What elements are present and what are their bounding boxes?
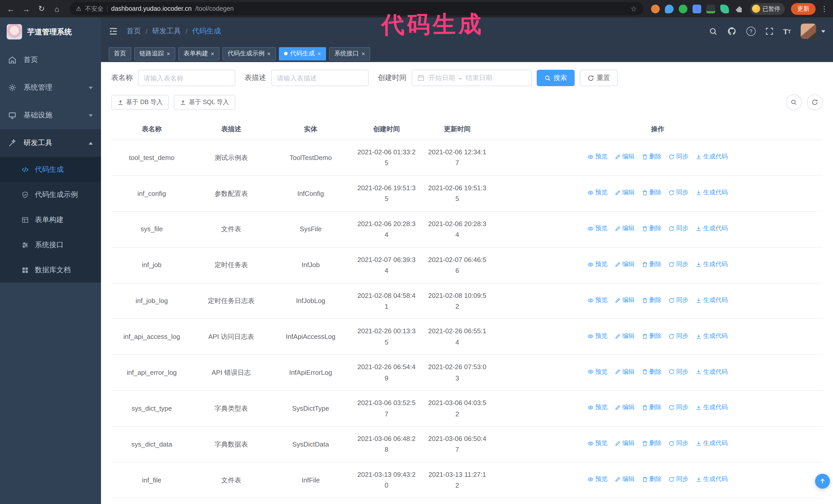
generate-code-link[interactable]: 生成代码: [696, 152, 728, 162]
generate-code-link[interactable]: 生成代码: [696, 188, 728, 198]
delete-link[interactable]: 删除: [642, 295, 662, 306]
browser-menu-icon[interactable]: ⋮: [820, 5, 829, 13]
font-size-icon[interactable]: TT: [783, 27, 791, 35]
delete-link[interactable]: 删除: [642, 188, 662, 198]
sidebar-item-system[interactable]: 系统管理: [0, 74, 101, 101]
help-icon[interactable]: ?: [746, 27, 755, 36]
delete-link[interactable]: 删除: [642, 367, 662, 377]
import-sql-button[interactable]: 基于 SQL 导入: [174, 95, 235, 110]
avatar-caret-icon[interactable]: [821, 30, 825, 32]
preview-link[interactable]: 预览: [588, 331, 608, 341]
date-range-picker[interactable]: 开始日期 - 结束日期: [412, 70, 531, 86]
import-db-button[interactable]: 基于 DB 导入: [111, 95, 169, 110]
tab[interactable]: 系统接口 ×: [329, 47, 370, 60]
breadcrumb-devtools[interactable]: 研发工具: [152, 27, 181, 36]
generate-code-link[interactable]: 生成代码: [696, 223, 728, 234]
delete-link[interactable]: 删除: [642, 439, 662, 449]
back-icon[interactable]: ←: [4, 2, 18, 16]
sync-link[interactable]: 同步: [668, 259, 688, 270]
hamburger-icon[interactable]: [109, 27, 118, 36]
tag-close-icon[interactable]: ×: [317, 50, 321, 57]
breadcrumb-home[interactable]: 首页: [127, 27, 141, 36]
preview-link[interactable]: 预览: [588, 152, 608, 162]
edit-link[interactable]: 编辑: [615, 259, 635, 270]
sync-link[interactable]: 同步: [668, 403, 688, 413]
bookmark-star-icon[interactable]: ☆: [630, 5, 637, 13]
reload-icon[interactable]: ↻: [35, 2, 48, 16]
sync-link[interactable]: 同步: [668, 152, 688, 162]
sidebar-item-db-doc[interactable]: 数据库文档: [0, 257, 101, 283]
delete-link[interactable]: 删除: [642, 259, 662, 270]
tag-close-icon[interactable]: ×: [267, 50, 271, 57]
generate-code-link[interactable]: 生成代码: [696, 439, 728, 449]
edit-link[interactable]: 编辑: [615, 223, 635, 234]
sync-link[interactable]: 同步: [668, 223, 688, 234]
preview-link[interactable]: 预览: [588, 188, 608, 198]
delete-link[interactable]: 删除: [642, 474, 662, 484]
preview-link[interactable]: 预览: [588, 367, 608, 377]
extension-icon-5[interactable]: [706, 4, 715, 13]
search-icon[interactable]: [709, 27, 717, 35]
tag-close-icon[interactable]: ×: [167, 50, 170, 57]
sync-link[interactable]: 同步: [668, 295, 688, 306]
profile-paused-badge[interactable]: 已暂停: [750, 3, 785, 15]
sync-link[interactable]: 同步: [668, 188, 688, 198]
generate-code-link[interactable]: 生成代码: [696, 295, 728, 306]
preview-link[interactable]: 预览: [588, 259, 608, 270]
tab[interactable]: 代码生成示例 ×: [222, 47, 276, 60]
sidebar-item-system-api[interactable]: 系统接口: [0, 232, 101, 257]
generate-code-link[interactable]: 生成代码: [696, 474, 728, 484]
reset-button[interactable]: 重置: [580, 70, 618, 86]
url-bar[interactable]: ⚠ 不安全 dashboard.yudao.iocoder.cn/tool/co…: [70, 2, 643, 16]
edit-link[interactable]: 编辑: [615, 295, 635, 306]
extension-icon-1[interactable]: [651, 4, 660, 13]
edit-link[interactable]: 编辑: [615, 403, 635, 413]
avatar[interactable]: [801, 24, 816, 39]
tab[interactable]: 代码生成 ×: [279, 47, 326, 60]
tab[interactable]: 首页 ×: [109, 47, 131, 60]
tab[interactable]: 表单构建 ×: [178, 47, 219, 60]
table-name-input[interactable]: [138, 70, 235, 86]
edit-link[interactable]: 编辑: [615, 152, 635, 162]
delete-link[interactable]: 删除: [642, 331, 662, 341]
edit-link[interactable]: 编辑: [615, 474, 635, 484]
forward-icon[interactable]: →: [20, 2, 33, 16]
tag-close-icon[interactable]: ×: [211, 50, 214, 57]
sidebar-item-infra[interactable]: 基础设施: [0, 101, 101, 129]
table-desc-input[interactable]: [271, 70, 368, 86]
extension-icon-6[interactable]: [720, 4, 729, 13]
preview-link[interactable]: 预览: [588, 223, 608, 234]
sync-link[interactable]: 同步: [668, 439, 688, 449]
sync-link[interactable]: 同步: [668, 331, 688, 341]
preview-link[interactable]: 预览: [588, 295, 608, 306]
refresh-button[interactable]: [807, 94, 823, 110]
preview-link[interactable]: 预览: [588, 403, 608, 413]
generate-code-link[interactable]: 生成代码: [696, 259, 728, 270]
sidebar-item-devtools[interactable]: 研发工具: [0, 129, 101, 157]
generate-code-link[interactable]: 生成代码: [696, 331, 728, 341]
delete-link[interactable]: 删除: [642, 403, 662, 413]
preview-link[interactable]: 预览: [588, 439, 608, 449]
tag-close-icon[interactable]: ×: [361, 50, 365, 57]
edit-link[interactable]: 编辑: [615, 439, 635, 449]
sidebar-item-codegen[interactable]: 代码生成: [0, 157, 101, 182]
home-icon[interactable]: ⌂: [50, 2, 64, 16]
extension-icon-4[interactable]: [692, 4, 701, 13]
extensions-puzzle-icon[interactable]: [734, 5, 742, 13]
sidebar-item-home[interactable]: 首页: [0, 46, 101, 74]
edit-link[interactable]: 编辑: [615, 367, 635, 377]
browser-update-button[interactable]: 更新: [791, 3, 815, 15]
extension-icon-2[interactable]: [665, 4, 673, 13]
sidebar-item-form-builder[interactable]: 表单构建: [0, 207, 101, 232]
generate-code-link[interactable]: 生成代码: [696, 367, 728, 377]
generate-code-link[interactable]: 生成代码: [696, 403, 728, 413]
sidebar-item-codegen-example[interactable]: 代码生成示例: [0, 182, 101, 207]
github-icon[interactable]: [727, 27, 736, 36]
preview-link[interactable]: 预览: [588, 474, 608, 484]
sync-link[interactable]: 同步: [668, 367, 688, 377]
backtop-button[interactable]: [815, 474, 830, 488]
sync-link[interactable]: 同步: [668, 474, 688, 484]
extension-icon-3[interactable]: [679, 4, 687, 13]
toggle-search-button[interactable]: [786, 94, 802, 110]
tab[interactable]: 链路追踪 ×: [134, 47, 175, 60]
